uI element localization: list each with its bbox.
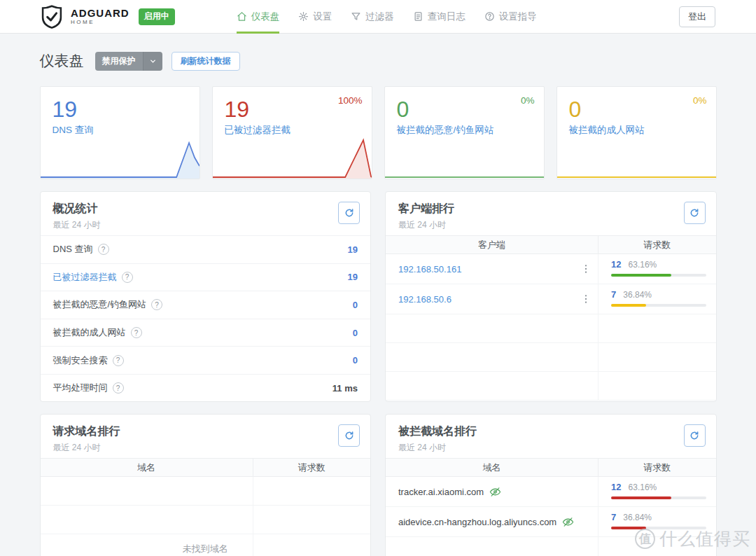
refresh-button[interactable] — [684, 202, 706, 224]
empty-state-row: 未找到域名 — [41, 534, 371, 556]
column-header-domain: 域名 — [386, 459, 598, 476]
empty-row — [41, 506, 371, 534]
refresh-icon — [344, 208, 354, 218]
help-icon[interactable]: ? — [151, 299, 162, 310]
top-clients-panel: 客户端排行 最近 24 小时 客户端 请求数 192.168.50.161 — [385, 191, 717, 402]
protection-status-badge: 启用中 — [139, 8, 175, 25]
stat-label: 被拦截的恶意/钓鱼网站 — [53, 298, 147, 311]
refresh-button[interactable] — [684, 424, 706, 447]
client-ip-link[interactable]: 192.168.50.6 — [398, 294, 451, 305]
progress-track — [611, 496, 706, 499]
eye-off-icon[interactable] — [489, 486, 501, 498]
chevron-down-icon[interactable] — [143, 52, 162, 71]
page-title: 仪表盘 — [40, 51, 84, 71]
panel-title: 请求域名排行 — [53, 424, 358, 439]
logout-button[interactable]: 登出 — [679, 6, 715, 27]
brand-logo[interactable]: ADGUARD HOME — [39, 4, 130, 29]
stat-value: 0 — [353, 328, 358, 338]
top-domains-panel: 请求域名排行 最近 24 小时 域名 请求数 未找到域名 — [40, 414, 372, 556]
stat-label: 强制安全搜索 — [53, 354, 108, 367]
nav-dashboard[interactable]: 仪表盘 — [237, 0, 280, 34]
stat-label-link[interactable]: 已被过滤器拦截 — [53, 271, 117, 284]
stat-row-safe-search: 强制安全搜索? 0 — [41, 346, 371, 374]
refresh-statistics-button[interactable]: 刷新统计数据 — [172, 52, 240, 71]
panel-head: 请求域名排行 最近 24 小时 — [41, 415, 371, 458]
help-icon[interactable]: ? — [122, 272, 133, 283]
sparkline-red — [213, 135, 372, 179]
disable-protection-button[interactable]: 禁用保护 — [95, 52, 162, 71]
stat-row-dns-queries: DNS 查询? 19 — [41, 235, 371, 263]
empty-row — [41, 477, 371, 506]
stat-value: 0 — [353, 355, 358, 366]
panel-subtitle: 最近 24 小时 — [398, 442, 704, 454]
refresh-button[interactable] — [338, 202, 360, 224]
help-icon[interactable]: ? — [98, 244, 109, 255]
blocked-domain-row: tracker.ai.xiaomi.com 12 63.16% — [386, 477, 716, 507]
request-percent: 36.84% — [623, 513, 652, 522]
brand-subtitle: HOME — [71, 19, 130, 25]
nav-query-log[interactable]: 查询日志 — [413, 0, 465, 34]
progress-bar-green — [611, 274, 671, 277]
progress-bar-red — [611, 527, 646, 529]
panel-title: 概况统计 — [53, 202, 358, 216]
sparkline-blue — [41, 135, 200, 179]
card-blocked-by-filters: 100% 19 已被过滤器拦截 — [212, 86, 372, 179]
column-header-domain: 域名 — [41, 459, 253, 476]
empty-row — [386, 372, 716, 401]
nav-filters[interactable]: 过滤器 — [351, 0, 394, 34]
help-icon[interactable]: ? — [113, 382, 124, 394]
nav-filters-label: 过滤器 — [365, 11, 394, 23]
refresh-icon — [344, 431, 354, 440]
panel-head: 被拦截域名排行 最近 24 小时 — [386, 415, 716, 458]
column-header-requests: 请求数 — [598, 236, 715, 253]
column-header-requests: 请求数 — [253, 459, 370, 476]
help-icon[interactable]: ? — [113, 355, 124, 366]
gear-icon — [298, 11, 309, 22]
kebab-menu-icon[interactable] — [580, 263, 592, 274]
domain-text: aidevice.cn-hangzhou.log.aliyuncs.com — [398, 517, 556, 527]
card-blocked-malware: 0% 0 被拦截的恶意/钓鱼网站 — [384, 86, 545, 179]
help-icon[interactable]: ? — [131, 327, 142, 338]
brand-text: ADGUARD HOME — [71, 8, 130, 25]
main-nav: 仪表盘 设置 过滤器 查询日志 设置指导 — [237, 0, 537, 34]
nav-setup-guide[interactable]: 设置指导 — [484, 0, 537, 34]
domain-text: tracker.ai.xiaomi.com — [398, 487, 484, 497]
empty-row — [386, 537, 716, 556]
panel-title: 被拦截域名排行 — [398, 424, 704, 439]
client-ip-link[interactable]: 192.168.50.161 — [398, 264, 461, 274]
refresh-icon — [690, 431, 699, 440]
column-header-client: 客户端 — [386, 236, 598, 253]
card-value: 19 — [52, 98, 200, 120]
panel-head: 客户端排行 最近 24 小时 — [386, 192, 716, 235]
request-count: 12 — [611, 482, 621, 492]
bottom-panels: 请求域名排行 最近 24 小时 域名 请求数 未找到域名 被拦截域名排行 最近 … — [40, 414, 717, 556]
column-header-requests: 请求数 — [598, 459, 715, 476]
stat-label: 被拦截的成人网站 — [53, 326, 126, 339]
nav-query-log-label: 查询日志 — [428, 11, 465, 23]
stat-label: DNS 查询 — [53, 243, 93, 256]
top-blocked-domains-panel: 被拦截域名排行 最近 24 小时 域名 请求数 tracker.ai.xiaom… — [385, 414, 717, 556]
nav-settings[interactable]: 设置 — [298, 0, 332, 34]
stat-label: 平均处理时间 — [53, 382, 108, 394]
kebab-menu-icon[interactable] — [580, 293, 592, 305]
refresh-button[interactable] — [338, 424, 360, 447]
empty-row — [386, 314, 716, 343]
home-icon — [237, 11, 247, 22]
blocked-domain-row: aidevice.cn-hangzhou.log.aliyuncs.com 7 … — [386, 507, 716, 537]
progress-track — [611, 274, 706, 277]
disable-protection-label: 禁用保护 — [95, 52, 143, 71]
panel-head: 概况统计 最近 24 小时 — [41, 192, 371, 235]
refresh-icon — [690, 208, 699, 218]
request-count: 7 — [611, 289, 616, 300]
client-row: 192.168.50.161 12 63.16% — [386, 254, 716, 284]
no-domains-found-text: 未找到域名 — [41, 534, 371, 556]
stat-value: 19 — [348, 272, 358, 282]
stat-row-avg-processing-time: 平均处理时间? 11 ms — [41, 374, 371, 402]
client-row: 192.168.50.6 7 36.84% — [386, 284, 716, 314]
card-percent: 0% — [693, 95, 707, 106]
eye-off-icon[interactable] — [562, 516, 574, 528]
table-header: 域名 请求数 — [386, 458, 716, 477]
panel-subtitle: 最近 24 小时 — [398, 219, 704, 231]
nav-setup-guide-label: 设置指导 — [499, 11, 537, 23]
brand-name: ADGUARD — [71, 8, 130, 18]
